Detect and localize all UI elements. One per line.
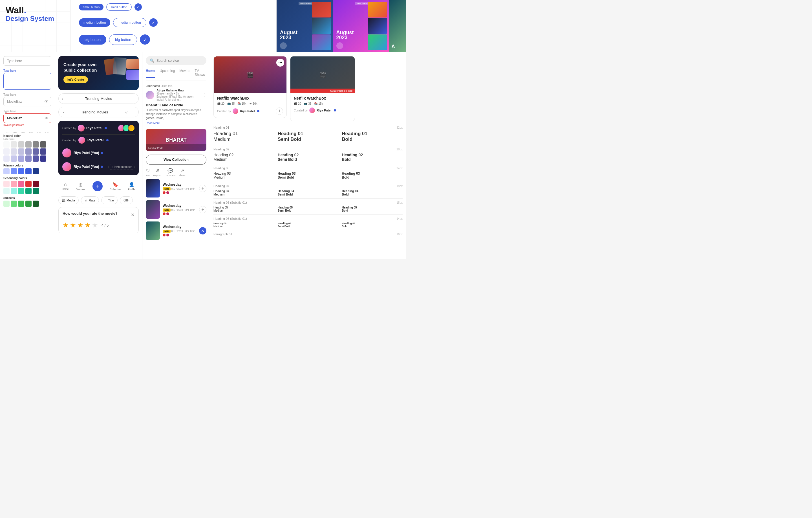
release-arrow-1[interactable]: → xyxy=(280,42,287,49)
h1-medium: Heading 01Medium xyxy=(213,131,274,142)
rating-close-button[interactable]: ✕ xyxy=(131,212,135,218)
remove-movie-button-3[interactable]: ✕ xyxy=(199,227,206,235)
h3-size: 24px xyxy=(397,167,403,170)
trending-bar-1: ‹ Trending Movies xyxy=(58,93,139,104)
movie-list-item-1: Wednesday IMDb 8.1 • 2019 • 3hr 1min + xyxy=(146,179,206,197)
neutral-300 xyxy=(25,141,32,147)
filter-icon[interactable]: ▽ xyxy=(125,110,128,114)
typography-section: Heading 01 32px Heading 01Medium Heading… xyxy=(213,126,403,236)
star-3[interactable]: ★ xyxy=(77,221,83,229)
release-arrow-2[interactable]: → xyxy=(336,42,343,49)
search-bar[interactable]: 🔍 xyxy=(146,56,206,65)
star-4[interactable]: ★ xyxy=(85,221,91,229)
stat-like[interactable]: ♡ 10x xyxy=(146,168,150,177)
nav-add-button[interactable]: + xyxy=(92,181,103,191)
neutral2-100 xyxy=(11,148,17,155)
small-filled-button[interactable]: small button xyxy=(79,4,104,10)
medium-check-button[interactable]: ✓ xyxy=(149,18,157,27)
add-movie-button-2[interactable]: + xyxy=(199,206,206,213)
tab-tvshows[interactable]: TV Shows xyxy=(195,69,206,78)
media-pill[interactable]: 🖼 Media xyxy=(58,196,79,204)
curator-deleted-badge: Curator has deleted xyxy=(290,89,355,93)
rating-modal-title: How would you rate the movie? xyxy=(63,211,118,216)
stat-repost[interactable]: ↺ Repost xyxy=(153,168,162,177)
verified-dot-wb1 xyxy=(257,110,259,112)
success-4 xyxy=(25,200,32,207)
big-filled-button[interactable]: big button xyxy=(79,35,106,45)
tab-movies[interactable]: Movies xyxy=(179,69,190,78)
share-button-wb1[interactable]: ⤴ xyxy=(276,108,283,115)
small-check-button[interactable]: ✓ xyxy=(135,3,142,11)
text-input-4[interactable] xyxy=(3,113,51,123)
bottom-navigation: ⌂ Home ◎ Discover + 🔖 Collection 👤 Profi… xyxy=(58,178,139,194)
nav-discover[interactable]: ◎ Discover xyxy=(76,182,85,191)
eye-icon-3[interactable]: 👁 xyxy=(45,99,49,104)
h1-label: Heading 01 xyxy=(213,126,397,129)
tab-home[interactable]: Home xyxy=(146,69,155,78)
watchbox-curated-1: Curated by Riya Patel ⤴ xyxy=(217,108,283,115)
new-release-card-2: New releases August 2023 → xyxy=(333,0,389,52)
p1-label: Paragraph 01 xyxy=(213,233,397,236)
post-more-button[interactable]: ⋮ xyxy=(202,92,206,98)
eye-icon-4[interactable]: 👁 xyxy=(45,116,49,120)
back-arrow-1[interactable]: ‹ xyxy=(62,97,63,101)
curator-name-1: Riya Patel xyxy=(86,126,103,130)
star-5[interactable]: ★ xyxy=(92,221,98,229)
tab-upcoming[interactable]: Upcoming xyxy=(160,69,175,78)
neutral-50 xyxy=(3,141,9,147)
text-input-1[interactable] xyxy=(3,56,51,66)
movie-title-3: Wednesday xyxy=(163,225,196,229)
back-arrow-2[interactable]: ‹ xyxy=(63,110,64,114)
release-year-1: 2023 xyxy=(280,35,297,40)
comment-icon: 💬 xyxy=(168,168,173,173)
new-releases-section: New releases August 2023 → New releases xyxy=(276,0,406,52)
nav-collection[interactable]: 🔖 Collection xyxy=(110,182,121,191)
gif-pill[interactable]: GIF xyxy=(120,196,133,204)
more-icon[interactable]: ⋮ xyxy=(130,110,134,114)
lets-create-button[interactable]: let's Create xyxy=(63,76,88,83)
read-more-link[interactable]: Read More xyxy=(146,121,160,125)
text-input-2[interactable] xyxy=(3,73,51,90)
star-1[interactable]: ★ xyxy=(63,221,69,229)
collections-icon: 📚 xyxy=(237,102,241,105)
search-input[interactable] xyxy=(156,59,202,63)
palette-section: 50100200300400500 Neutral color Light mo… xyxy=(3,131,51,207)
nav-profile[interactable]: 👤 Profile xyxy=(128,182,135,191)
add-movie-button-1[interactable]: + xyxy=(199,185,206,192)
imdb-badge-1: IMDb xyxy=(163,187,171,190)
stat-comment[interactable]: 💬 Comment xyxy=(165,168,176,177)
nav-home[interactable]: ⌂ Home xyxy=(62,182,68,190)
profile-label: Profile xyxy=(128,188,135,191)
neutral3-500 xyxy=(40,156,46,162)
like-icon: ♡ xyxy=(146,168,150,173)
h6-bold: Heading 06Bold xyxy=(342,222,403,228)
view-collection-button[interactable]: View Collection xyxy=(146,155,206,165)
h5-label: Heading 05 (Subtitle 01) xyxy=(213,201,397,204)
neutral3-100 xyxy=(11,156,17,162)
trending-label-2: Trending Movies xyxy=(81,110,108,114)
star-2[interactable]: ★ xyxy=(70,221,76,229)
discover-label: Discover xyxy=(76,188,85,191)
primary-3 xyxy=(18,168,24,174)
watchbox-menu-button[interactable]: ⋯ xyxy=(276,59,284,66)
curated-card: Curated by Riya Patel Curated by xyxy=(58,121,139,175)
text-input-3[interactable] xyxy=(3,97,51,106)
h5-medium: Heading 05Medium xyxy=(213,206,274,212)
big-outline-button[interactable]: big button xyxy=(109,34,137,45)
neutral-label: Neutral color xyxy=(3,134,51,137)
verified-dot-wb2 xyxy=(334,109,336,111)
new-release-card-3: A xyxy=(389,0,406,52)
watchbox-curated-2: Curated by Riya Patel xyxy=(294,108,351,113)
neutral2-500 xyxy=(40,148,46,155)
big-check-button[interactable]: ✓ xyxy=(140,34,150,45)
title-pill[interactable]: T Title xyxy=(101,196,118,204)
stat-share[interactable]: ↗ share xyxy=(179,168,185,177)
collection-card-title: Create your ownpublic collection xyxy=(63,62,103,73)
invite-member-button[interactable]: + Invite member xyxy=(108,164,135,170)
watchbox-banner-1: 🎬 ⋯ xyxy=(214,56,286,93)
rate-pill[interactable]: ☆ Rate xyxy=(81,196,99,204)
small-outline-button[interactable]: small button xyxy=(106,3,132,11)
medium-filled-button[interactable]: medium button xyxy=(79,18,110,27)
genre-dot-5 xyxy=(163,234,166,237)
medium-outline-button[interactable]: medium button xyxy=(113,18,146,27)
